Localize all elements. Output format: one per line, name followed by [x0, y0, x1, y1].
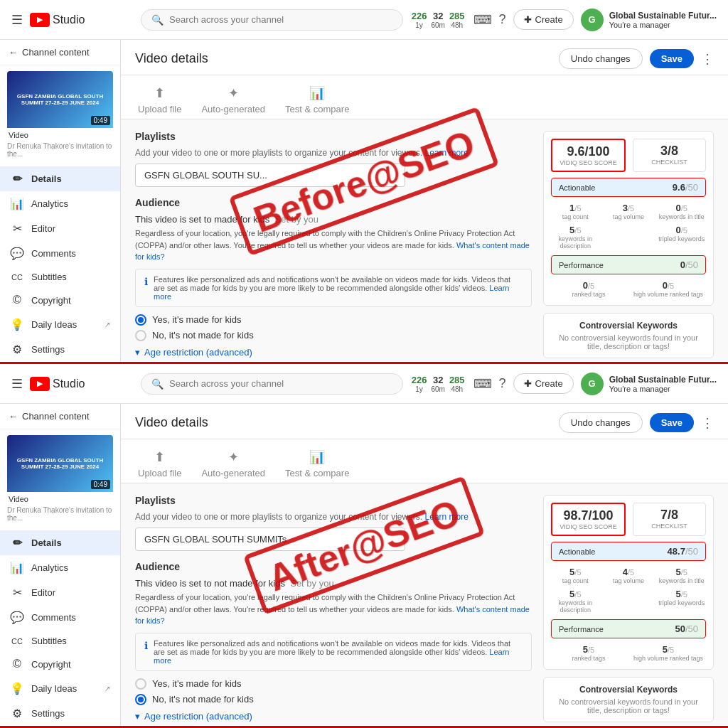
- views-num: 226: [412, 11, 427, 21]
- playlist-input-after[interactable]: [135, 528, 405, 551]
- studio-label-after: Studio: [53, 378, 85, 390]
- radio-yes-btn-before[interactable]: [135, 314, 146, 326]
- tab-auto-before[interactable]: ✦ Auto-generated: [198, 81, 268, 119]
- tab-compare-after[interactable]: 📊 Test & compare: [282, 445, 352, 483]
- warning-link-after[interactable]: Learn more: [154, 648, 509, 665]
- seo-checklist-box-before: 3/8 CHECKLIST: [633, 139, 706, 172]
- sidebar-item-copyright-after[interactable]: © Copyright: [0, 652, 120, 676]
- before-layout: ← Channel content GSFN ZAMBIA GLOBAL SOU…: [0, 40, 728, 364]
- youtube-icon: [30, 13, 50, 27]
- sidebar-item-subtitles-label: Subtitles: [31, 272, 67, 282]
- sidebar-item-details[interactable]: ✏ Details: [0, 166, 120, 191]
- sidebar-item-copyright[interactable]: © Copyright: [0, 288, 120, 312]
- seo-score-card-after: 98.7/100 VIDIQ SEO SCORE 7/8 CHECKLIST A…: [543, 495, 714, 670]
- seo-checklist-num-before: 3/8: [638, 144, 701, 159]
- sidebar-item-daily-ideas[interactable]: 💡 Daily Ideas ↗: [0, 312, 120, 337]
- subs-label-after: 48h: [451, 385, 463, 393]
- content-link-after[interactable]: What's content made for kids?: [135, 605, 530, 626]
- after-section: ☰ Studio 🔍 226 1y 32 60m: [0, 364, 728, 728]
- tab-compare-before[interactable]: 📊 Test & compare: [282, 81, 352, 119]
- search-input[interactable]: [169, 14, 392, 25]
- content-area-after: Playlists Add your video to one or more …: [121, 483, 728, 728]
- topnav-after: ☰ Studio 🔍 226 1y 32 60m: [0, 364, 728, 404]
- age-restriction-before[interactable]: ▾ Age restriction (advanced): [135, 347, 532, 358]
- sidebar-back-after[interactable]: ← Channel content: [0, 404, 120, 429]
- sidebar-back[interactable]: ← Channel content: [0, 40, 120, 65]
- sidebar-before: ← Channel content GSFN ZAMBIA GLOBAL SOU…: [0, 40, 121, 364]
- create-button-after[interactable]: ✚ Create: [513, 373, 574, 394]
- save-button-after[interactable]: Save: [650, 413, 694, 432]
- views-label: 1y: [415, 21, 423, 29]
- menu-icon[interactable]: ☰: [11, 12, 23, 28]
- help-icon[interactable]: ?: [499, 12, 506, 27]
- more-button-after[interactable]: ⋮: [701, 415, 714, 431]
- tab-upload-before[interactable]: ⬆ Upload file: [135, 81, 184, 119]
- sidebar-item-comments-after[interactable]: 💬 Comments: [0, 605, 120, 630]
- tab-auto-label-before: Auto-generated: [201, 104, 265, 114]
- watch-num-after: 32: [433, 375, 443, 385]
- sidebar-channel-label-after: Channel content: [22, 411, 90, 422]
- menu-icon-after[interactable]: ☰: [11, 376, 23, 392]
- tab-auto-after[interactable]: ✦ Auto-generated: [198, 445, 268, 483]
- external-icon-after: ↗: [105, 685, 110, 692]
- topnav-left: ☰ Studio: [11, 12, 132, 28]
- left-panel-after: Playlists Add your video to one or more …: [135, 495, 532, 728]
- perf-metric-1-before: 0/5 high volume ranked tags: [631, 280, 706, 298]
- search-bar[interactable]: 🔍: [141, 9, 403, 31]
- watch-label-after: 60m: [431, 385, 444, 393]
- learn-more-link-before[interactable]: Learn more: [425, 148, 469, 158]
- radio-no-btn-after[interactable]: [135, 694, 146, 705]
- age-restriction-after[interactable]: ▾ Age restriction (advanced): [135, 711, 532, 722]
- radio-yes-after[interactable]: Yes, it's made for kids: [135, 678, 532, 690]
- search-bar-after[interactable]: 🔍: [141, 373, 403, 395]
- search-icon-after: 🔍: [151, 378, 164, 390]
- sidebar-item-comments-label: Comments: [31, 248, 76, 259]
- seo-score-label-before: VIDIQ SEO SCORE: [557, 159, 620, 166]
- subs-stat: 285 48h: [449, 11, 465, 29]
- save-button-before[interactable]: Save: [650, 49, 694, 68]
- undo-button-before[interactable]: Undo changes: [559, 48, 643, 69]
- sidebar-item-settings[interactable]: ⚙ Settings: [0, 337, 120, 362]
- seo-panel-after: 98.7/100 VIDIQ SEO SCORE 7/8 CHECKLIST A…: [543, 495, 714, 728]
- help-icon-after[interactable]: ?: [499, 376, 506, 391]
- sidebar-item-settings-after[interactable]: ⚙ Settings: [0, 701, 120, 726]
- sidebar-item-editor[interactable]: ✂ Editor: [0, 216, 120, 241]
- undo-button-after[interactable]: Undo changes: [559, 412, 643, 433]
- sidebar-item-editor-after[interactable]: ✂ Editor: [0, 580, 120, 605]
- sidebar-item-subtitles[interactable]: CC Subtitles: [0, 266, 120, 288]
- content-area-before: Playlists Add your video to one or more …: [121, 119, 728, 364]
- content-link-before[interactable]: What's content made for kids?: [135, 241, 530, 262]
- playlist-input-before[interactable]: [135, 164, 405, 187]
- warning-link-before[interactable]: Learn more: [154, 284, 509, 301]
- radio-yes-before[interactable]: Yes, it's made for kids: [135, 314, 532, 326]
- copyright-icon-after: ©: [10, 658, 24, 670]
- sidebar-item-comments[interactable]: 💬 Comments: [0, 241, 120, 266]
- comments-icon: 💬: [10, 247, 24, 260]
- radio-no-before[interactable]: No, it's not made for kids: [135, 330, 532, 341]
- audience-section-after: Audience This video is set to not made f…: [135, 561, 532, 722]
- sidebar-item-details-after[interactable]: ✏ Details: [0, 530, 120, 555]
- radio-no-after[interactable]: No, it's not made for kids: [135, 694, 532, 705]
- sidebar-item-analytics[interactable]: 📊 Analytics: [0, 191, 120, 216]
- learn-more-link-after[interactable]: Learn more: [425, 512, 469, 522]
- account-sub: You're a manager: [609, 21, 670, 29]
- search-input-after[interactable]: [169, 378, 392, 389]
- seo-checklist-num-after: 7/8: [638, 508, 701, 523]
- seo-metric-4-before: [604, 225, 653, 250]
- keyboard-icon[interactable]: ⌨: [473, 12, 492, 28]
- controversial-title-before: Controversial Keywords: [551, 321, 706, 331]
- keyboard-icon-after[interactable]: ⌨: [473, 376, 492, 392]
- more-button-before[interactable]: ⋮: [701, 51, 714, 67]
- sidebar-item-analytics-after[interactable]: 📊 Analytics: [0, 555, 120, 580]
- radio-yes-btn-after[interactable]: [135, 678, 146, 690]
- radio-no-btn-before[interactable]: [135, 330, 146, 341]
- seo-scores-before: 9.6/100 VIDIQ SEO SCORE 3/8 CHECKLIST: [551, 139, 706, 172]
- seo-score-num-before: 9.6/100: [557, 144, 620, 159]
- studio-label: Studio: [53, 14, 85, 26]
- create-button[interactable]: ✚ Create: [513, 9, 574, 30]
- sidebar-item-subtitles-after[interactable]: CC Subtitles: [0, 630, 120, 652]
- avatar: G: [581, 9, 604, 31]
- tab-upload-after[interactable]: ⬆ Upload file: [135, 445, 184, 483]
- seo-metric-0-after: 5/5 tag count: [551, 567, 600, 584]
- sidebar-item-daily-ideas-after[interactable]: 💡 Daily Ideas ↗: [0, 676, 120, 701]
